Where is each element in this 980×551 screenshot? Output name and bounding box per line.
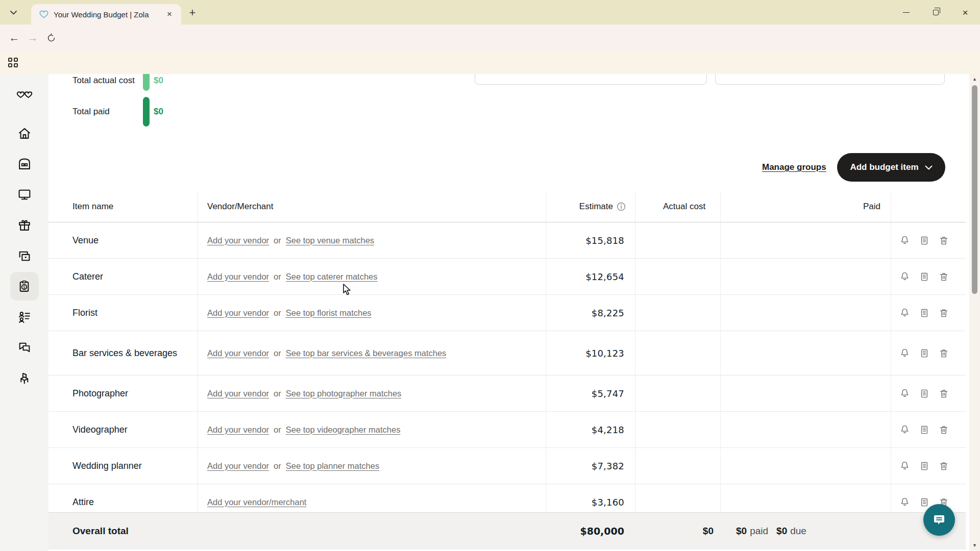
notes-document-icon[interactable]	[919, 235, 929, 246]
actual-cost-cell[interactable]	[635, 331, 720, 375]
actual-cost-cell[interactable]	[635, 412, 720, 447]
close-icon[interactable]: ×	[950, 0, 980, 24]
scroll-down-arrow[interactable]: ▼	[969, 543, 980, 548]
actual-cost-cell[interactable]	[635, 375, 720, 411]
see-matches-link[interactable]: See top photographer matches	[286, 389, 402, 398]
minimize-icon[interactable]	[891, 0, 921, 24]
chat-launcher-button[interactable]	[923, 504, 955, 536]
page-scrollbar[interactable]: ▲ ▼	[969, 74, 980, 551]
actual-cost-cell[interactable]	[635, 259, 720, 294]
total-actual-cost-bar	[143, 74, 150, 91]
delete-trash-icon[interactable]	[939, 271, 949, 282]
paid-cell[interactable]	[720, 331, 891, 375]
total-paid-bar	[143, 97, 150, 127]
reminder-bell-icon[interactable]	[899, 308, 910, 318]
delete-trash-icon[interactable]	[939, 461, 949, 471]
paid-cell[interactable]	[720, 259, 891, 294]
notes-document-icon[interactable]	[919, 424, 929, 435]
vendors-storefront-icon[interactable]	[17, 157, 31, 171]
filter-box-left[interactable]	[475, 74, 707, 85]
forward-icon[interactable]: →	[23, 29, 42, 47]
notes-document-icon[interactable]	[919, 461, 929, 471]
total-actual-cost-label: Total actual cost	[72, 76, 143, 86]
table-row-caterer: Caterer Add your vendor or See top cater…	[48, 259, 966, 295]
home-icon[interactable]	[17, 127, 31, 140]
zola-logo-hearts-icon[interactable]	[16, 90, 33, 101]
scrollbar-thumb[interactable]	[972, 85, 977, 294]
notes-document-icon[interactable]	[919, 497, 929, 508]
community-chat-icon[interactable]	[17, 341, 31, 355]
actual-cost-cell[interactable]	[635, 222, 720, 258]
total-due-word: due	[790, 525, 806, 537]
total-paid-value: $0	[736, 525, 747, 537]
add-vendor-link[interactable]: Add your vendor	[207, 389, 269, 398]
seating-chair-icon[interactable]	[17, 371, 31, 385]
tab-search-chevron-icon[interactable]	[6, 6, 20, 20]
svg-text:$: $	[23, 284, 26, 289]
reminder-bell-icon[interactable]	[899, 271, 910, 282]
delete-trash-icon[interactable]	[939, 424, 949, 435]
see-matches-link[interactable]: See top florist matches	[286, 308, 372, 318]
notes-document-icon[interactable]	[919, 348, 929, 359]
tab-title: Your Wedding Budget | Zola	[54, 10, 164, 19]
see-matches-link[interactable]: See top videographer matches	[286, 425, 401, 435]
header-item-name: Item name	[48, 191, 198, 222]
notes-document-icon[interactable]	[919, 388, 929, 399]
browser-tab[interactable]: Your Wedding Budget | Zola ×	[31, 4, 181, 24]
delete-trash-icon[interactable]	[939, 235, 949, 246]
delete-trash-icon[interactable]	[939, 308, 949, 318]
tab-close-icon[interactable]: ×	[164, 9, 175, 20]
maximize-icon[interactable]	[921, 0, 950, 24]
reminder-bell-icon[interactable]	[899, 497, 910, 508]
apps-grid-icon[interactable]	[8, 58, 18, 67]
guest-list-icon[interactable]	[17, 310, 31, 324]
add-vendor-link[interactable]: Add your vendor	[207, 425, 269, 435]
actual-cost-cell[interactable]	[635, 448, 720, 484]
reload-icon[interactable]	[42, 29, 60, 47]
add-vendor-link[interactable]: Add your vendor	[207, 461, 269, 471]
zola-budget-page: $ Total actual cost $0 Total paid $0	[0, 74, 980, 551]
registry-gift-icon[interactable]	[17, 218, 31, 232]
see-matches-link[interactable]: See top caterer matches	[286, 272, 378, 282]
total-estimate: $80,000	[546, 525, 635, 537]
delete-trash-icon[interactable]	[939, 388, 949, 399]
overall-total-row: Overall total $80,000 $0 $0 paid $0 due	[48, 512, 966, 549]
new-tab-icon[interactable]: +	[186, 6, 199, 19]
filter-box-right[interactable]	[715, 74, 945, 85]
info-icon[interactable]	[617, 202, 626, 211]
add-vendor-link[interactable]: Add your vendor	[207, 308, 269, 318]
add-vendor-link[interactable]: Add your vendor	[207, 272, 269, 282]
estimate-value: $5,747	[546, 375, 635, 411]
paid-cell[interactable]	[720, 222, 891, 258]
paid-cell[interactable]	[720, 412, 891, 447]
or-text: or	[274, 389, 281, 398]
sidebar-item-budget[interactable]: $	[10, 272, 39, 300]
add-vendor-link[interactable]: Add your vendor	[207, 236, 269, 245]
website-monitor-icon[interactable]	[17, 188, 31, 202]
browser-toolbar: ← → zola.com/wedding/manage/budget/item/…	[0, 24, 980, 51]
back-icon[interactable]: ←	[5, 29, 23, 47]
see-matches-link[interactable]: See top bar services & beverages matches	[286, 348, 447, 358]
reminder-bell-icon[interactable]	[899, 461, 910, 471]
scroll-up-arrow[interactable]: ▲	[969, 77, 980, 82]
reminder-bell-icon[interactable]	[899, 348, 910, 359]
see-matches-link[interactable]: See top venue matches	[286, 236, 374, 245]
notes-document-icon[interactable]	[919, 271, 929, 282]
add-vendor-merchant-link[interactable]: Add your vendor/merchant	[207, 497, 306, 507]
add-vendor-link[interactable]: Add your vendor	[207, 348, 269, 358]
reminder-bell-icon[interactable]	[899, 235, 910, 246]
manage-groups-link[interactable]: Manage groups	[762, 162, 826, 172]
reminder-bell-icon[interactable]	[899, 388, 910, 399]
paid-cell[interactable]	[720, 375, 891, 411]
invites-envelope-icon[interactable]	[17, 249, 31, 263]
add-budget-item-button[interactable]: Add budget item	[837, 153, 945, 182]
reminder-bell-icon[interactable]	[899, 424, 910, 435]
paid-cell[interactable]	[720, 295, 891, 331]
table-row-wedding-planner: Wedding planner Add your vendor or See t…	[48, 448, 966, 484]
see-matches-link[interactable]: See top planner matches	[286, 461, 379, 471]
actual-cost-cell[interactable]	[635, 295, 720, 331]
delete-trash-icon[interactable]	[939, 348, 949, 359]
or-text: or	[274, 425, 281, 435]
paid-cell[interactable]	[720, 448, 891, 484]
notes-document-icon[interactable]	[919, 308, 929, 318]
